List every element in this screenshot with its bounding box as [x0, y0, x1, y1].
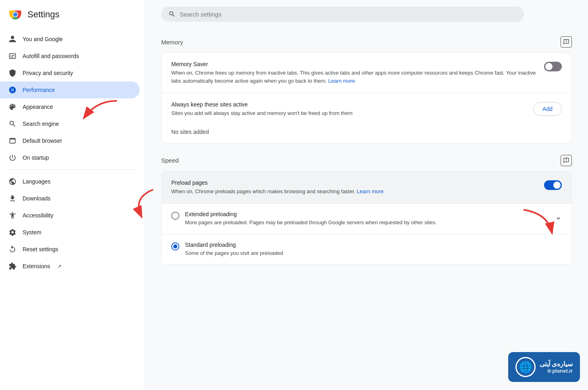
standard-preloading-row: Standard preloading Some of the pages yo… — [162, 234, 571, 265]
extension-icon — [8, 262, 17, 271]
preload-options: Extended preloading More pages are prelo… — [162, 203, 571, 264]
palette-icon — [8, 102, 17, 111]
sidebar-item-label: Reset settings — [23, 246, 58, 252]
add-site-button[interactable]: Add — [533, 102, 562, 116]
standard-preloading-desc: Some of the pages you visit are preloade… — [185, 249, 562, 257]
sidebar-item-search-engine[interactable]: Search engine — [0, 115, 140, 132]
extended-preloading-chevron[interactable]: ⌄ — [555, 212, 562, 221]
speed-section-header: Speed — [161, 155, 572, 166]
content-area: Memory Memory Saver When on, Chrome free… — [145, 28, 588, 390]
watermark-line1: سیاره‌ی آیتی — [540, 360, 573, 368]
memory-saver-learn-more[interactable]: Learn more — [328, 78, 355, 84]
preload-learn-more[interactable]: Learn more — [357, 188, 383, 194]
sidebar-item-system[interactable]: System — [0, 224, 140, 241]
nav-divider — [8, 169, 137, 170]
sidebar-item-label: Default browser — [23, 138, 62, 144]
sidebar-item-privacy[interactable]: Privacy and security — [0, 65, 140, 81]
sidebar-item-label: On startup — [23, 154, 49, 161]
watermark-line2: it-planet.ir — [540, 368, 573, 374]
sidebar-item-languages[interactable]: Languages — [0, 173, 140, 190]
sidebar-item-reset-settings[interactable]: Reset settings — [0, 241, 140, 258]
speed-section-title: Speed — [161, 157, 179, 164]
accessibility-icon — [8, 211, 17, 220]
preload-desc: When on, Chrome preloads pages which mak… — [171, 188, 536, 196]
search-input[interactable] — [180, 11, 517, 18]
always-active-title: Always keep these sites active — [171, 101, 525, 108]
sidebar-item-you-and-google[interactable]: You and Google — [0, 31, 140, 48]
sidebar-item-label: Autofill and passwords — [23, 53, 79, 59]
memory-saver-title: Memory Saver — [171, 61, 536, 67]
sidebar-item-autofill[interactable]: Autofill and passwords — [0, 48, 140, 65]
sidebar-item-performance[interactable]: Performance — [0, 81, 140, 98]
sidebar-item-accessibility[interactable]: Accessibility — [0, 207, 140, 224]
memory-saver-toggle[interactable] — [544, 62, 562, 71]
chrome-logo-icon — [8, 7, 23, 22]
history-icon — [8, 245, 17, 254]
globe-icon — [8, 177, 17, 186]
sidebar-item-on-startup[interactable]: On startup — [0, 149, 140, 166]
svg-point-3 — [13, 13, 18, 17]
standard-preloading-title: Standard preloading — [185, 242, 562, 248]
browser-icon — [8, 136, 17, 145]
power-icon — [8, 153, 17, 162]
preload-toggle-thumb — [553, 181, 561, 189]
sidebar-item-label: Search engine — [23, 121, 59, 127]
no-sites-text: No sites added — [162, 125, 571, 143]
speed-card: Preload pages When on, Chrome preloads p… — [161, 171, 572, 265]
sidebar-item-downloads[interactable]: Downloads — [0, 190, 140, 207]
search-icon — [8, 119, 17, 128]
search-bar — [161, 6, 524, 22]
sidebar-item-extensions[interactable]: Extensions ↗ — [0, 258, 140, 275]
extended-preloading-title: Extended preloading — [185, 211, 549, 217]
main-content: Memory Memory Saver When on, Chrome free… — [145, 0, 588, 390]
settings-icon — [8, 228, 17, 237]
external-link-icon: ↗ — [57, 263, 62, 269]
extended-preloading-row: Extended preloading More pages are prelo… — [162, 204, 571, 234]
preload-row: Preload pages When on, Chrome preloads p… — [162, 171, 571, 204]
badge-icon — [8, 52, 17, 60]
always-active-desc: Sites you add will always stay active an… — [171, 109, 525, 117]
sidebar-item-label: Appearance — [23, 104, 53, 110]
speed-icon — [8, 86, 17, 94]
memory-saver-toggle-thumb — [545, 63, 553, 70]
sidebar-header: Settings — [0, 0, 145, 29]
preload-title: Preload pages — [171, 179, 536, 186]
sidebar-item-label: Extensions — [23, 263, 50, 269]
memory-saver-toggle-track — [544, 62, 562, 71]
sidebar-nav: You and Google Autofill and passwords Pr… — [0, 29, 145, 276]
sidebar-item-label: Downloads — [23, 195, 50, 202]
app-title: Settings — [27, 9, 60, 20]
watermark: سیاره‌ی آیتی it-planet.ir 🌐 — [508, 352, 580, 382]
memory-section-title: Memory — [161, 39, 183, 46]
sidebar-item-label: Accessibility — [23, 212, 53, 219]
sidebar-item-label: Languages — [23, 178, 50, 185]
shield-icon — [8, 69, 17, 77]
download-icon — [8, 194, 17, 203]
speed-feedback-icon[interactable] — [561, 155, 572, 166]
sidebar-item-label: System — [23, 229, 42, 236]
sidebar-item-appearance[interactable]: Appearance — [0, 98, 140, 115]
memory-saver-desc: When on, Chrome frees up memory from ina… — [171, 69, 536, 85]
search-bar-wrap — [145, 0, 588, 28]
sidebar-item-label: Privacy and security — [23, 70, 73, 76]
sidebar-item-default-browser[interactable]: Default browser — [0, 132, 140, 149]
always-active-row: Always keep these sites active Sites you… — [162, 93, 571, 125]
extended-preloading-desc: More pages are preloaded. Pages may be p… — [185, 219, 549, 227]
standard-preloading-radio[interactable] — [171, 242, 179, 250]
search-icon — [168, 10, 176, 18]
sidebar-item-label: You and Google — [23, 36, 63, 42]
preload-toggle-track — [544, 180, 562, 190]
sidebar: Settings You and Google Autofill and pas… — [0, 0, 145, 390]
person-icon — [8, 35, 17, 44]
memory-feedback-icon[interactable] — [561, 36, 572, 48]
memory-section-header: Memory — [161, 36, 572, 48]
preload-toggle[interactable] — [544, 180, 562, 190]
memory-saver-row: Memory Saver When on, Chrome frees up me… — [162, 53, 571, 93]
extended-preloading-radio[interactable] — [171, 212, 179, 220]
sidebar-item-label: Performance — [23, 87, 55, 93]
memory-card: Memory Saver When on, Chrome frees up me… — [161, 52, 572, 144]
watermark-globe-icon: 🌐 — [515, 357, 536, 377]
